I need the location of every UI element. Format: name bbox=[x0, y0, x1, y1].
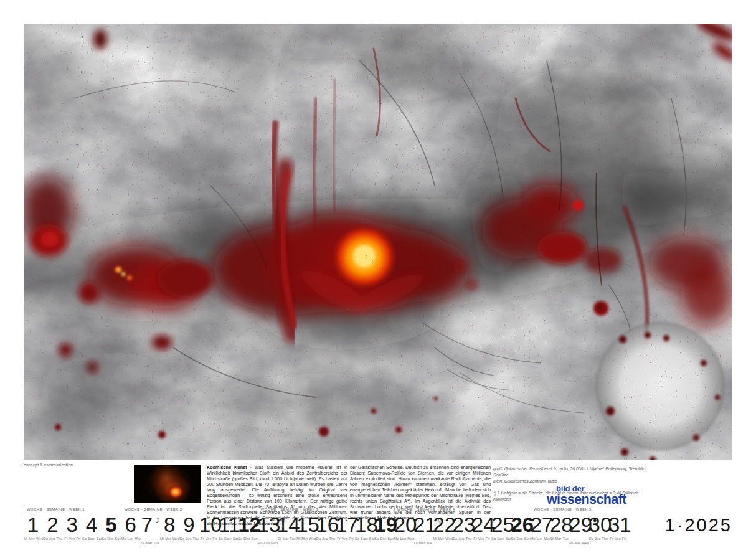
calendar-day: 9 Do·Jeu·Thu bbox=[179, 515, 199, 545]
main-artwork bbox=[24, 24, 732, 460]
day-of-week-label: So·Dim·Sun bbox=[238, 537, 257, 541]
week-days: 1 Mi·Mer·Wed 2 Do·Jeu·Thu 3 Fr·Ven·Fri 4… bbox=[24, 515, 121, 541]
moon-phase-icon: ○ bbox=[281, 510, 285, 530]
day-of-week-label: Mi·Mer·Wed bbox=[569, 541, 588, 545]
day-of-week-label: Sa·Sam·Sat bbox=[82, 537, 102, 541]
day-of-week-label: Mo·Lun·Mon bbox=[394, 537, 413, 541]
week-group: WOCHE · SEMAINE · WEEK 1 1 Mi·Mer·Wed 2 … bbox=[24, 507, 121, 545]
calendar-day: 25 Sa·Sam·Sat bbox=[491, 515, 511, 545]
day-number: 7 bbox=[141, 513, 153, 536]
day-of-week-label: Mi·Mer·Wed bbox=[160, 537, 179, 541]
calendar-day: 13○ Mo·Lun·Mon bbox=[258, 515, 277, 545]
day-of-week-label: Fr·Ven·Fri bbox=[472, 537, 491, 541]
calendar-day: 30 Do·Jeu·Thu bbox=[589, 515, 608, 545]
day-of-week-label: So·Dim·Sun bbox=[511, 537, 530, 541]
weeks-row: WOCHE · SEMAINE · WEEK 1 1 Mi·Mer·Wed 2 … bbox=[24, 507, 732, 545]
day-of-week-label: Di·Mar·Tue bbox=[413, 541, 433, 545]
day-of-week-label: Fr·Ven·Fri bbox=[63, 537, 82, 541]
day-of-week-label: Di·Mar·Tue bbox=[141, 541, 160, 545]
day-of-week-label: Mo·Lun·Mon bbox=[258, 541, 277, 545]
day-of-week-label: Do·Jeu·Thu bbox=[43, 537, 62, 541]
moon-phase-icon: ☾ bbox=[437, 510, 443, 530]
day-number: 6 bbox=[125, 513, 136, 536]
calendar-page: concept & communication Kosmische Kunst … bbox=[0, 0, 756, 558]
day-number: 3 bbox=[67, 513, 78, 536]
day-of-week-label: Sa·Sam·Sat bbox=[219, 537, 238, 541]
day-of-week-label: Fr·Ven·Fri bbox=[199, 537, 219, 541]
day-of-week-label: So·Dim·Sun bbox=[102, 537, 121, 541]
calendar-strip: WOCHE · SEMAINE · WEEK 1 1 Mi·Mer·Wed 2 … bbox=[24, 507, 732, 547]
day-number: 11 bbox=[219, 513, 240, 536]
week-days: 6 Mo·Lun·Mon 7☽ Di·Mar·Tue 8 Mi·Mer·Wed … bbox=[121, 515, 257, 545]
week-group: WOCHE · SEMAINE · WEEK 4 20 Mo·Lun·Mon 2… bbox=[394, 507, 531, 545]
calendar-day: 1 Mi·Mer·Wed bbox=[24, 515, 43, 541]
day-of-week-label: Fr·Ven·Fri bbox=[608, 537, 628, 541]
week-group: WOCHE · SEMAINE · WEEK 3 13○ Mo·Lun·Mon … bbox=[258, 507, 394, 545]
calendar-day: 26 So·Dim·Sun bbox=[511, 515, 530, 545]
day-of-week-label: Mi·Mer·Wed bbox=[296, 537, 316, 541]
day-of-week-label: Mi·Mer·Wed bbox=[24, 537, 43, 541]
bdw-logo: bild der wissenschaft bbox=[547, 485, 629, 507]
day-number: 2 bbox=[47, 513, 58, 536]
moon-phase-icon: ● bbox=[593, 510, 597, 530]
day-of-week-label: Mo·Lun·Mon bbox=[531, 537, 550, 541]
moon-phase-icon: ☽ bbox=[153, 510, 159, 530]
calendar-day: 4 Sa·Sam·Sat bbox=[82, 515, 102, 541]
day-of-week-label: Mo·Lun·Mon bbox=[121, 537, 140, 541]
day-number: 4 bbox=[86, 513, 97, 536]
logo-line-2: wissenschaft bbox=[547, 493, 629, 507]
calendar-day: 2 Do·Jeu·Thu bbox=[43, 515, 62, 541]
day-of-week-label: Mi·Mer·Wed bbox=[433, 537, 452, 541]
article-separator: · bbox=[247, 465, 255, 470]
day-of-week-label: Di·Mar·Tue bbox=[277, 537, 296, 541]
calendar-day: 14 Di·Mar·Tue bbox=[277, 515, 296, 545]
calendar-day: 5 So·Dim·Sun bbox=[102, 515, 121, 541]
calendar-day: 24 Fr·Ven·Fri bbox=[472, 515, 491, 545]
calendar-day: 3 Fr·Ven·Fri bbox=[63, 515, 82, 541]
week-group: WOCHE · SEMAINE · WEEK 2 6 Mo·Lun·Mon 7☽… bbox=[121, 507, 257, 545]
calendar-day: 20 Mo·Lun·Mon bbox=[394, 515, 413, 545]
day-of-week-label: Do·Jeu·Thu bbox=[589, 537, 608, 541]
day-of-week-label: So·Dim·Sun bbox=[374, 537, 394, 541]
day-number: 31 bbox=[608, 513, 631, 536]
calendar-day: 6 Mo·Lun·Mon bbox=[121, 515, 140, 545]
galactic-center-image bbox=[24, 24, 732, 460]
article-title: Kosmische Kunst bbox=[207, 465, 247, 470]
day-of-week-label: Do·Jeu·Thu bbox=[316, 537, 335, 541]
day-number: 5 bbox=[105, 513, 116, 536]
calendar-day: 16 Do·Jeu·Thu bbox=[316, 515, 335, 545]
day-of-week-label: Do·Jeu·Thu bbox=[453, 537, 472, 541]
calendar-day: 19 So·Dim·Sun bbox=[374, 515, 394, 545]
calendar-day: 12 So·Dim·Sun bbox=[238, 515, 257, 545]
inset-thumbnail bbox=[134, 465, 201, 503]
calendar-day: 31 Fr·Ven·Fri bbox=[608, 515, 628, 545]
calendar-day: 28 Di·Mar·Tue bbox=[550, 515, 569, 545]
calendar-day: 23 Do·Jeu·Thu bbox=[453, 515, 472, 545]
week-days: 27 Mo·Lun·Mon 28 Di·Mar·Tue 29● Mi·Mer·W… bbox=[531, 515, 628, 545]
calendar-day: 17 Fr·Ven·Fri bbox=[336, 515, 355, 545]
issue-label: 1·2025 bbox=[665, 515, 732, 536]
day-of-week-label: Sa·Sam·Sat bbox=[355, 537, 374, 541]
day-number: 1 bbox=[27, 513, 39, 536]
week-group: WOCHE · SEMAINE · WEEK 5 27 Mo·Lun·Mon 2… bbox=[531, 507, 628, 545]
calendar-day: 8 Mi·Mer·Wed bbox=[160, 515, 179, 545]
calendar-day: 18 Sa·Sam·Sat bbox=[355, 515, 374, 545]
day-number: 8 bbox=[164, 513, 175, 536]
calendar-day: 10 Fr·Ven·Fri bbox=[199, 515, 219, 545]
credit-line: concept & communication bbox=[24, 463, 73, 467]
day-number: 9 bbox=[183, 513, 194, 536]
calendar-day: 11 Sa·Sam·Sat bbox=[219, 515, 238, 545]
calendar-day: 29● Mi·Mer·Wed bbox=[569, 515, 588, 545]
week-days: 13○ Mo·Lun·Mon 14 Di·Mar·Tue 15 Mi·Mer·W… bbox=[258, 515, 394, 545]
calendar-day: 7☽ Di·Mar·Tue bbox=[141, 515, 160, 545]
calendar-day: 21☾ Di·Mar·Tue bbox=[413, 515, 433, 545]
day-of-week-label: Di·Mar·Tue bbox=[550, 537, 569, 541]
day-of-week-label: Do·Jeu·Thu bbox=[179, 537, 199, 541]
caption-line-1: groß: Galaktischer Zentralbereich, radio… bbox=[493, 466, 650, 478]
calendar-day: 27 Mo·Lun·Mon bbox=[531, 515, 550, 545]
day-of-week-label: Fr·Ven·Fri bbox=[336, 537, 355, 541]
calendar-day: 15 Mi·Mer·Wed bbox=[296, 515, 316, 545]
week-days: 20 Mo·Lun·Mon 21☾ Di·Mar·Tue 22 Mi·Mer·W… bbox=[394, 515, 531, 545]
day-of-week-label: Sa·Sam·Sat bbox=[491, 537, 511, 541]
